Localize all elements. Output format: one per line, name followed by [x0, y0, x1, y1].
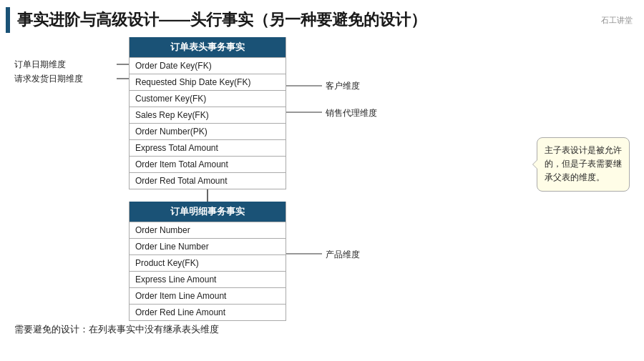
logo: 石工讲堂: [601, 15, 633, 26]
header-row-6: Express Total Amount: [130, 140, 286, 157]
customer-dim-label: 客户维度: [326, 80, 360, 92]
detail-fact-table-content: 订单明细事务事实 Order Number Order Line Number …: [129, 202, 286, 321]
title-bar: 事实进阶与高级设计——头行事实（另一种要避免的设计） 石工讲堂: [0, 0, 644, 37]
title-accent: [6, 7, 10, 33]
header-table-title: 订单表头事务事实: [130, 37, 286, 58]
detail-fact-table: 订单明细事务事实 Order Number Order Line Number …: [129, 202, 286, 321]
header-row-5: Order Number(PK): [130, 124, 286, 140]
detail-row-6: Order Red Line Amount: [130, 305, 286, 321]
header-row-2: Requested Ship Date Key(FK): [130, 74, 286, 91]
product-dim-label: 产品维度: [326, 249, 360, 261]
detail-row-5: Order Item Line Amount: [130, 288, 286, 305]
header-fact-table-content: 订单表头事务事实 Order Date Key(FK) Requested Sh…: [129, 37, 286, 189]
bottom-note: 需要避免的设计：在列表事实中没有继承表头维度: [14, 323, 219, 336]
detail-row-2: Order Line Number: [130, 239, 286, 255]
header-row-3: Customer Key(FK): [130, 91, 286, 107]
header-row-1: Order Date Key(FK): [130, 58, 286, 74]
callout-bubble: 主子表设计是被允许的，但是子表需要继承父表的维度。: [537, 137, 630, 192]
main-content: 订单表头事务事实 Order Date Key(FK) Requested Sh…: [0, 37, 644, 345]
detail-table-title: 订单明细事务事实: [130, 202, 286, 222]
detail-row-3: Product Key(FK): [130, 255, 286, 272]
sales-rep-dim-label: 销售代理维度: [326, 107, 377, 119]
request-ship-dim-label: 请求发货日期维度: [14, 73, 83, 85]
header-row-7: Order Item Total Amount: [130, 157, 286, 173]
page-title: 事实进阶与高级设计——头行事实（另一种要避免的设计）: [17, 9, 601, 31]
header-row-4: Sales Rep Key(FK): [130, 107, 286, 124]
detail-row-1: Order Number: [130, 222, 286, 239]
detail-row-4: Express Line Amount: [130, 272, 286, 288]
header-row-8: Order Red Total Amount: [130, 173, 286, 189]
callout-text: 主子表设计是被允许的，但是子表需要继承父表的维度。: [545, 145, 622, 182]
header-fact-table: 订单表头事务事实 Order Date Key(FK) Requested Sh…: [129, 37, 286, 189]
order-date-dim-label: 订单日期维度: [14, 59, 66, 71]
